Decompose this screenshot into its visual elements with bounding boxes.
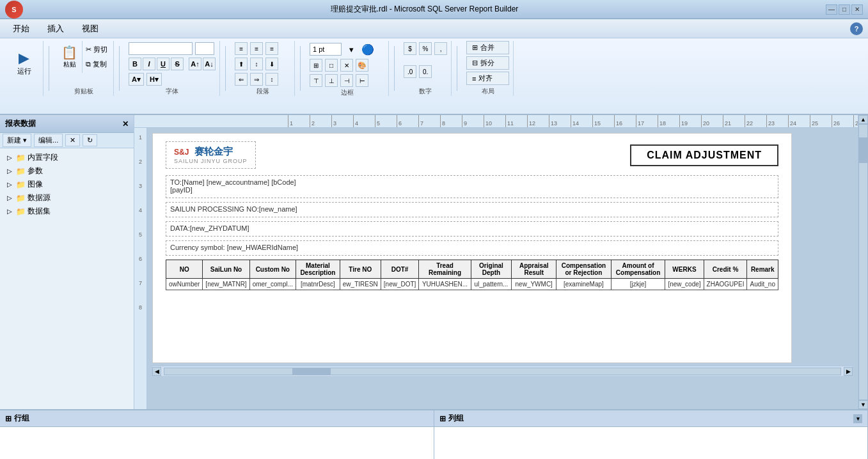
scroll-thumb[interactable] [292,368,331,375]
field-to[interactable]: TO:[Name] [new_accountname] [bCode] [pay… [166,175,778,198]
refresh-button[interactable]: ↻ [83,134,97,146]
help-icon[interactable]: ? [850,22,863,35]
highlight-color-button[interactable]: H▾ [146,73,162,86]
border-outer-button[interactable]: □ [325,59,338,72]
decimal-decrease-button[interactable]: 0. [419,65,432,78]
col-group-expand-button[interactable]: ▾ [853,414,862,423]
delete-button[interactable]: ✕ [65,134,80,146]
tree-item-builtin[interactable]: ▷ 📁 内置字段 [3,151,131,164]
paste-divider [82,41,83,73]
ruler-mark: 1 [288,115,310,128]
minimize-button[interactable]: — [826,4,837,15]
col-group-content[interactable] [434,427,868,459]
scroll-track[interactable] [164,368,841,375]
border-bottom-button[interactable]: ⊥ [325,74,338,87]
border-left-button[interactable]: ⊣ [340,74,353,87]
align-center-button[interactable]: ≡ [250,42,263,55]
font-family-input[interactable] [129,42,193,55]
border-right-button[interactable]: ⊢ [356,74,368,87]
cell-tire-no: ew_TIRESN [340,279,381,290]
company-logo-box[interactable]: S&J 赛轮金宇 SAILUN JINYU GROUP [166,141,256,169]
ribbon-group-run: ▶ 运行 [5,41,43,96]
expand-icon-images[interactable]: ▷ [5,180,14,189]
expand-icon-params[interactable]: ▷ [5,167,14,176]
comma-button[interactable]: , [434,42,447,55]
border-none-button[interactable]: ✕ [340,59,353,72]
scroll-down-button[interactable]: ▼ [858,400,868,409]
indent-decrease-button[interactable]: ⇐ [235,73,248,86]
expand-icon-dataset[interactable]: ▷ [5,207,14,216]
horizontal-scrollbar[interactable]: ◀ ▶ [152,366,853,376]
ribbon-divider-2 [119,46,120,91]
menu-start[interactable]: 开始 [5,20,37,37]
left-panel-close-button[interactable]: ✕ [122,120,129,128]
row-group-content[interactable] [0,427,434,459]
close-button[interactable]: ✕ [851,4,863,15]
strikethrough-button[interactable]: S [171,58,184,70]
scroll-right-button[interactable]: ▶ [844,367,853,376]
new-button[interactable]: 新建 ▾ [3,134,31,147]
merge-button[interactable]: ⊞ 合并 [466,41,509,54]
tree-item-datasource[interactable]: ▷ 📁 数据源 [3,191,131,205]
split-button[interactable]: ⊟ 拆分 [466,56,509,70]
copy-button[interactable]: ⧉ 复制 [84,58,109,71]
align-right-button[interactable]: ≡ [265,42,278,55]
indent-increase-button[interactable]: ⇒ [250,73,263,86]
percent-button[interactable]: % [419,42,432,55]
canvas-scroll[interactable]: S&J 赛轮金宇 SAILUN JINYU GROUP CLAIM ADJUST… [147,128,858,409]
ribbon-layout-group: ⊞ 合并 ⊟ 拆分 ≡ 对齐 布局 [462,41,514,96]
font-shrink-button[interactable]: A↓ [203,58,216,70]
expand-icon-datasource[interactable]: ▷ [5,194,14,203]
menu-view[interactable]: 视图 [74,20,106,37]
tree-item-images[interactable]: ▷ 📁 图像 [3,178,131,191]
vscroll-thumb[interactable] [859,137,868,163]
align-middle-button[interactable]: ↕ [250,58,263,70]
align-layout-button[interactable]: ≡ 对齐 [466,72,509,85]
data-tree: ▷ 📁 内置字段 ▷ 📁 参数 ▷ 📁 图像 ▷ 📁 数据源 ▷ 📁 [0,148,134,409]
field-data[interactable]: DATA:[new_ZHYDATUM] [166,221,778,237]
border-top-button[interactable]: ⊤ [310,74,322,87]
run-button[interactable]: ▶ 运行 [13,43,36,82]
ruler-mark: 27 [853,115,858,128]
border-style-button[interactable]: 🔵 [361,42,375,56]
align-top-button[interactable]: ⬆ [235,58,248,70]
ruler-mark: 20 [701,115,723,128]
vscroll-track[interactable] [858,124,868,400]
cut-button[interactable]: ✂ 剪切 [84,43,109,56]
align-bottom-button[interactable]: ⬇ [265,58,278,70]
split-icon: ⊟ [472,59,478,67]
field-sailun-no[interactable]: SAILUN PROCESSING NO:[new_name] [166,202,778,217]
menu-insert[interactable]: 插入 [40,20,72,37]
field-currency[interactable]: Currency symbol: [new_HWAERIdName] [166,240,778,256]
font-size-input[interactable] [195,42,214,55]
underline-button[interactable]: U [157,58,170,70]
border-row-1: ▾ 🔵 [310,41,384,58]
company-sub: SAILUN JINYU GROUP [174,158,248,164]
currency-button[interactable]: $ [404,42,416,55]
edit-button[interactable]: 编辑... [34,134,63,147]
border-size-input[interactable] [310,43,342,56]
tree-item-params[interactable]: ▷ 📁 参数 [3,164,131,178]
main-area: 报表数据 ✕ 新建 ▾ 编辑... ✕ ↻ ▷ 📁 内置字段 ▷ 📁 参数 ▷ … [0,115,868,409]
col-no: NO [166,260,203,279]
expand-icon-builtin[interactable]: ▷ [5,153,14,162]
line-height-button[interactable]: ↕ [265,73,278,86]
ruler-mark: 3 [331,115,353,128]
italic-button[interactable]: I [143,58,155,70]
scroll-left-button[interactable]: ◀ [152,367,161,376]
border-fill-button[interactable]: 🎨 [356,59,368,72]
tree-item-dataset[interactable]: ▷ 📁 数据集 [3,205,131,218]
font-grow-button[interactable]: A↑ [189,58,201,70]
paste-button[interactable]: 📋 粘贴 [58,43,81,71]
col-group-header: ⊞ 列组 ▾ [434,410,868,427]
scroll-up-button[interactable]: ▲ [858,115,868,124]
bold-button[interactable]: B [129,58,141,70]
align-left-button[interactable]: ≡ [235,42,248,55]
maximize-button[interactable]: □ [839,4,850,15]
vertical-scrollbar[interactable]: ▲ ▼ [858,115,868,409]
decimal-increase-button[interactable]: .0 [404,65,416,78]
border-color-button[interactable]: ▾ [344,42,358,56]
border-all-button[interactable]: ⊞ [310,59,322,72]
font-color-button[interactable]: A▾ [129,73,144,86]
ribbon-number-group: $ % , .0 0. 数字 [400,41,452,96]
